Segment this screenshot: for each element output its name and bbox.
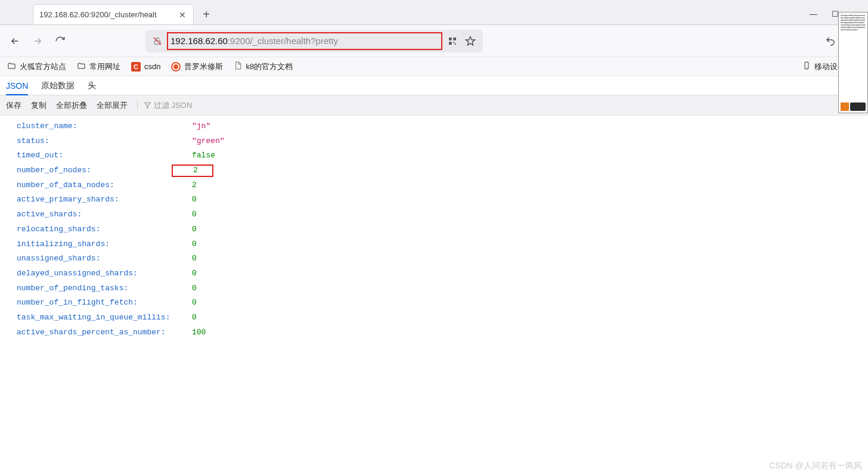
- folder-icon: [77, 61, 86, 72]
- undo-close-icon[interactable]: [820, 31, 841, 51]
- json-row: timed_outfalse: [6, 148, 862, 163]
- json-row: number_of_data_nodes2: [6, 178, 862, 193]
- json-row: active_shards_percent_as_number100: [6, 325, 862, 340]
- close-tab-icon[interactable]: ✕: [178, 10, 187, 20]
- bookmark-firefox[interactable]: 火狐官方站点: [7, 61, 66, 72]
- json-row: unassigned_shards0: [6, 252, 862, 266]
- json-row: number_of_pending_tasks0: [6, 281, 862, 296]
- folder-icon: [7, 61, 16, 72]
- bookmark-label: 常用网址: [89, 61, 120, 72]
- action-copy[interactable]: 复制: [31, 100, 46, 111]
- svg-rect-5: [453, 42, 454, 43]
- tab-raw[interactable]: 原始数据: [41, 77, 75, 95]
- tab-bar: 192.168.62.60:9200/_cluster/healt ✕ + — …: [0, 0, 868, 25]
- json-row: cluster_name"jn": [6, 119, 862, 134]
- json-row: active_shards0: [6, 207, 862, 222]
- bookmark-label: csdn: [144, 62, 160, 71]
- url-highlight-box: 192.168.62.60:9200/_cluster/health?prett…: [167, 32, 442, 50]
- tab-title: 192.168.62.60:9200/_cluster/healt: [39, 10, 173, 19]
- bookmark-label: 普罗米修斯: [184, 61, 223, 72]
- back-button[interactable]: [5, 31, 25, 51]
- action-expand-all[interactable]: 全部展开: [97, 100, 128, 111]
- qr-icon[interactable]: [445, 33, 460, 49]
- json-body: cluster_name"jn" status"green" timed_out…: [0, 116, 868, 343]
- svg-rect-2: [449, 38, 452, 41]
- json-view-tabs: JSON 原始数据 头: [0, 76, 868, 95]
- filter-wrap: [137, 101, 225, 110]
- json-row: delayed_unassigned_shards0: [6, 266, 862, 281]
- watermark: CSDN @人间若有一两风: [769, 461, 862, 471]
- json-row: initializing_shards0: [6, 237, 862, 252]
- json-row: number_of_in_flight_fetch0: [6, 296, 862, 311]
- json-row: task_max_waiting_in_queue_millis0: [6, 311, 862, 325]
- bookmark-csdn[interactable]: C csdn: [131, 62, 160, 72]
- bookmark-prometheus[interactable]: 普罗米修斯: [171, 61, 223, 72]
- bookmark-star-icon[interactable]: [463, 33, 478, 49]
- url-text: 192.168.62.60:9200/_cluster/health?prett…: [170, 36, 338, 46]
- highlighted-value-box: 2: [192, 163, 213, 178]
- json-row: active_primary_shards0: [6, 193, 862, 207]
- action-collapse-all[interactable]: 全部折叠: [56, 100, 87, 111]
- address-bar[interactable]: 192.168.62.60:9200/_cluster/health?prett…: [145, 30, 483, 52]
- device-icon: [802, 61, 811, 72]
- svg-rect-6: [455, 44, 456, 45]
- bookmark-label: 火狐官方站点: [20, 61, 66, 72]
- navigation-bar: 192.168.62.60:9200/_cluster/health?prett…: [0, 25, 868, 57]
- prometheus-icon: [171, 62, 181, 72]
- bookmarks-bar: 火狐官方站点 常用网址 C csdn 普罗米修斯 k8的官方文档 移动设备上的: [0, 57, 868, 76]
- reload-button[interactable]: [50, 31, 70, 51]
- forward-button[interactable]: [27, 31, 48, 51]
- bookmark-common[interactable]: 常用网址: [77, 61, 120, 72]
- action-save[interactable]: 保存: [6, 100, 21, 111]
- csdn-icon: C: [131, 62, 141, 72]
- svg-rect-3: [453, 38, 456, 41]
- json-row: status"green": [6, 134, 862, 149]
- filter-input[interactable]: [154, 101, 225, 110]
- browser-tab[interactable]: 192.168.62.60:9200/_cluster/healt ✕: [33, 4, 194, 24]
- document-icon: [234, 61, 242, 72]
- json-row: number_of_nodes2: [6, 163, 862, 178]
- new-tab-button[interactable]: +: [197, 5, 215, 23]
- avatar-icon: [841, 103, 849, 111]
- tab-headers[interactable]: 头: [88, 77, 96, 95]
- tab-json[interactable]: JSON: [6, 77, 28, 95]
- funnel-icon: [144, 101, 151, 109]
- bookmark-label: k8的官方文档: [246, 61, 293, 72]
- json-action-bar: 保存 复制 全部折叠 全部展开: [0, 95, 868, 116]
- json-row: relocating_shards0: [6, 222, 862, 237]
- svg-rect-4: [449, 42, 452, 45]
- insecure-icon: [150, 36, 165, 46]
- thumbnail-overlay: loremipsumdolorsitametconsecteturadipisc…: [838, 12, 868, 113]
- bookmark-k8s-docs[interactable]: k8的官方文档: [234, 61, 293, 72]
- window-minimize-icon[interactable]: —: [810, 10, 817, 18]
